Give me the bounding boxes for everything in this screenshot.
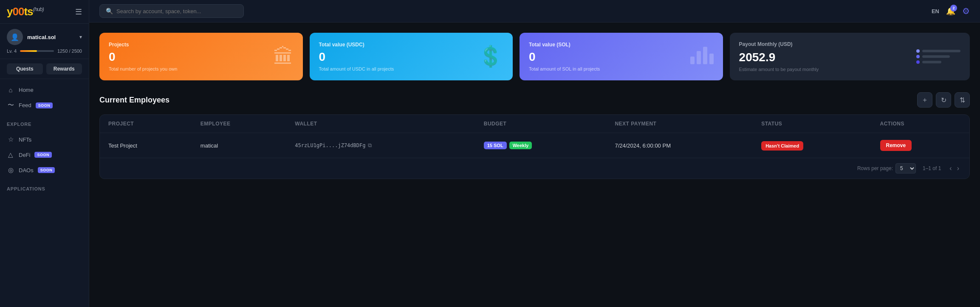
sol-desc: Total amount of SOL in all projects	[529, 66, 600, 71]
user-section: 👤 matical.sol ▾ Lv. 4 1250 / 2500	[0, 24, 89, 59]
usdc-desc: Total amount of USDC in all projects	[319, 66, 394, 71]
col-wallet: Wallet	[286, 115, 475, 133]
sidebar-logo-area: y00ts(hub) ☰	[0, 0, 89, 24]
user-row: 👤 matical.sol ▾	[7, 29, 82, 45]
cell-wallet: 45rzLU1gPi....jZ74dBDFg ⧉	[286, 133, 475, 158]
table-header: Project Employee Wallet Budget Next Paym…	[100, 115, 969, 133]
budget-sol-badge: 15 SOL	[484, 142, 507, 149]
sidebar-item-daos[interactable]: ◎ DAOs SOON	[0, 162, 89, 178]
cell-actions: Remove	[872, 133, 969, 158]
usdc-value: 0	[319, 50, 394, 64]
payout-desc: Estimate amount to be payout monthly	[739, 67, 819, 72]
quests-rewards-row: Quests Rewards	[0, 59, 89, 79]
refresh-button[interactable]: ↻	[936, 92, 951, 108]
payout-bar-row-1	[916, 49, 960, 53]
payout-bar-dot-2	[916, 55, 920, 58]
table-footer: Rows per page: 5 10 25 1–1 of 1 ‹ ›	[100, 158, 969, 179]
main-area: 🔍 EN 🔔 2 ⚙ Projects 0 Total number of pr…	[89, 0, 980, 307]
payout-value: 2052.9	[739, 51, 819, 64]
projects-icon: 🏛	[273, 45, 294, 68]
search-input[interactable]	[116, 8, 237, 14]
header-right: EN 🔔 2 ⚙	[932, 6, 970, 16]
sidebar-item-home[interactable]: ⌂ Home	[0, 82, 89, 97]
payout-card-content: Payout Monthly (USD) 2052.9 Estimate amo…	[739, 41, 819, 72]
sort-button[interactable]: ⇅	[955, 92, 970, 108]
sidebar-item-label-home: Home	[19, 87, 34, 93]
payout-bar-dot-3	[916, 60, 920, 64]
nfts-icon: ☆	[7, 136, 14, 143]
remove-button[interactable]: Remove	[880, 140, 912, 151]
budget-frequency-badge: Weekly	[509, 142, 532, 149]
payout-bar-row-3	[916, 60, 960, 64]
cell-employee: matical	[192, 133, 286, 158]
copy-icon[interactable]: ⧉	[368, 142, 372, 149]
wallet-address: 45rzLU1gPi....jZ74dBDFg	[295, 142, 365, 148]
usdc-card-content: Total value (USDC) 0 Total amount of USD…	[319, 42, 394, 71]
projects-label: Projects	[109, 42, 177, 48]
employees-table: Project Employee Wallet Budget Next Paym…	[100, 115, 969, 158]
daos-icon: ◎	[7, 166, 14, 174]
sidebar-item-label-daos: DAOs	[19, 167, 34, 173]
feed-icon: 〜	[7, 101, 14, 109]
feed-soon-badge: SOON	[36, 102, 53, 108]
svg-rect-2	[703, 47, 707, 64]
cell-project: Test Project	[100, 133, 192, 158]
notification-badge: 2	[950, 5, 957, 11]
sidebar-item-nfts[interactable]: ☆ NFTs	[0, 132, 89, 147]
applications-label: Applications	[0, 181, 89, 193]
defi-soon-badge: SOON	[34, 152, 52, 158]
notification-button[interactable]: 🔔 2	[946, 6, 955, 16]
wallet-cell: 45rzLU1gPi....jZ74dBDFg ⧉	[295, 142, 466, 149]
chevron-down-icon[interactable]: ▾	[79, 34, 82, 40]
projects-desc: Total number of projects you own	[109, 66, 177, 71]
sidebar-item-defi[interactable]: △ DeFi SOON	[0, 147, 89, 162]
sol-card-content: Total value (SOL) 0 Total amount of SOL …	[529, 42, 600, 71]
employees-section-title: Current Employees	[99, 96, 169, 105]
sidebar: y00ts(hub) ☰ 👤 matical.sol ▾ Lv. 4 1250 …	[0, 0, 89, 307]
payout-bar-dot-1	[916, 49, 920, 53]
stats-row: Projects 0 Total number of projects you …	[99, 33, 970, 80]
usdc-card: Total value (USDC) 0 Total amount of USD…	[310, 33, 513, 80]
language-button[interactable]: EN	[932, 8, 939, 14]
next-page-button[interactable]: ›	[955, 164, 961, 173]
explore-label: Explore	[0, 117, 89, 128]
sidebar-item-label-defi: DeFi	[19, 152, 30, 158]
table-body: Test Project matical 45rzLU1gPi....jZ74d…	[100, 133, 969, 158]
projects-card: Projects 0 Total number of projects you …	[99, 33, 303, 80]
employees-table-container: Project Employee Wallet Budget Next Paym…	[99, 114, 970, 179]
payout-card: Payout Monthly (USD) 2052.9 Estimate amo…	[730, 33, 970, 80]
search-icon: 🔍	[106, 8, 113, 14]
level-bar-fill	[20, 50, 37, 52]
rewards-button[interactable]: Rewards	[46, 63, 82, 74]
rows-per-page: Rows per page: 5 10 25	[857, 163, 916, 173]
home-icon: ⌂	[7, 86, 14, 94]
search-bar[interactable]: 🔍	[99, 4, 244, 18]
sol-card: Total value (SOL) 0 Total amount of SOL …	[520, 33, 723, 80]
hamburger-icon[interactable]: ☰	[75, 7, 82, 17]
payout-bar-row-2	[916, 55, 960, 58]
logo: y00ts(hub)	[7, 5, 44, 18]
budget-cell: 15 SOL Weekly	[484, 142, 598, 149]
page-info: 1–1 of 1	[923, 165, 941, 171]
col-project: Project	[100, 115, 192, 133]
avatar: 👤	[7, 29, 23, 45]
level-progress: 1250 / 2500	[57, 48, 82, 54]
sidebar-item-feed[interactable]: 〜 Feed SOON	[0, 97, 89, 113]
add-employee-button[interactable]: ＋	[917, 92, 932, 108]
col-status: Status	[753, 115, 871, 133]
col-actions: Actions	[872, 115, 969, 133]
sol-icon	[688, 42, 714, 72]
level-row: Lv. 4 1250 / 2500	[7, 48, 82, 54]
level-bar	[20, 50, 54, 52]
cell-budget: 15 SOL Weekly	[475, 133, 607, 158]
col-budget: Budget	[475, 115, 607, 133]
col-employee: Employee	[192, 115, 286, 133]
prev-page-button[interactable]: ‹	[948, 164, 953, 173]
section-action-buttons: ＋ ↻ ⇅	[917, 92, 970, 108]
rows-per-page-select[interactable]: 5 10 25	[895, 163, 916, 173]
svg-rect-0	[690, 57, 695, 64]
settings-button[interactable]: ⚙	[962, 6, 970, 16]
usdc-icon: 💲	[478, 45, 503, 68]
quests-button[interactable]: Quests	[7, 63, 43, 74]
daos-soon-badge: SOON	[38, 167, 55, 173]
